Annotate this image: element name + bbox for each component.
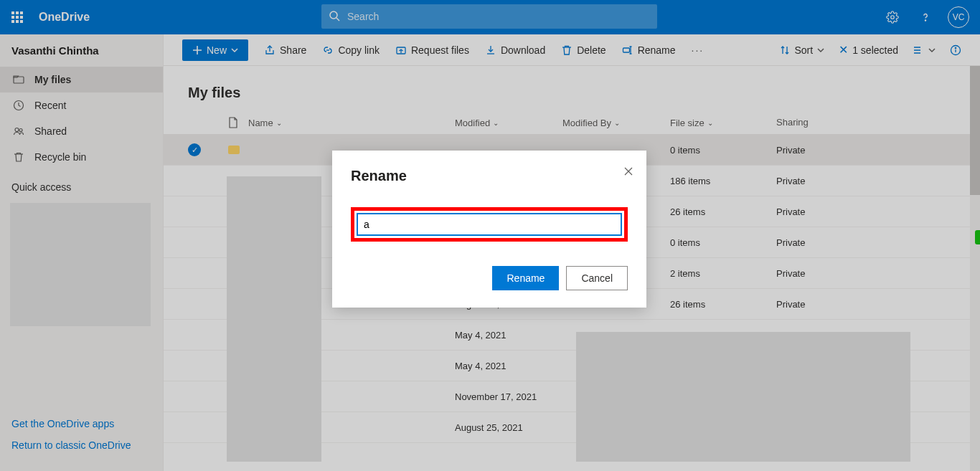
rename-input-highlight — [351, 207, 628, 242]
dialog-title: Rename — [351, 168, 628, 184]
dialog-actions: Rename Cancel — [351, 266, 628, 290]
cancel-button[interactable]: Cancel — [566, 266, 628, 290]
rename-input[interactable] — [357, 213, 622, 236]
feedback-indicator[interactable] — [975, 230, 980, 244]
dialog-close-button[interactable] — [623, 166, 633, 176]
rename-dialog: Rename Rename Cancel — [332, 151, 646, 308]
rename-confirm-button[interactable]: Rename — [492, 266, 559, 290]
close-icon — [623, 166, 633, 176]
